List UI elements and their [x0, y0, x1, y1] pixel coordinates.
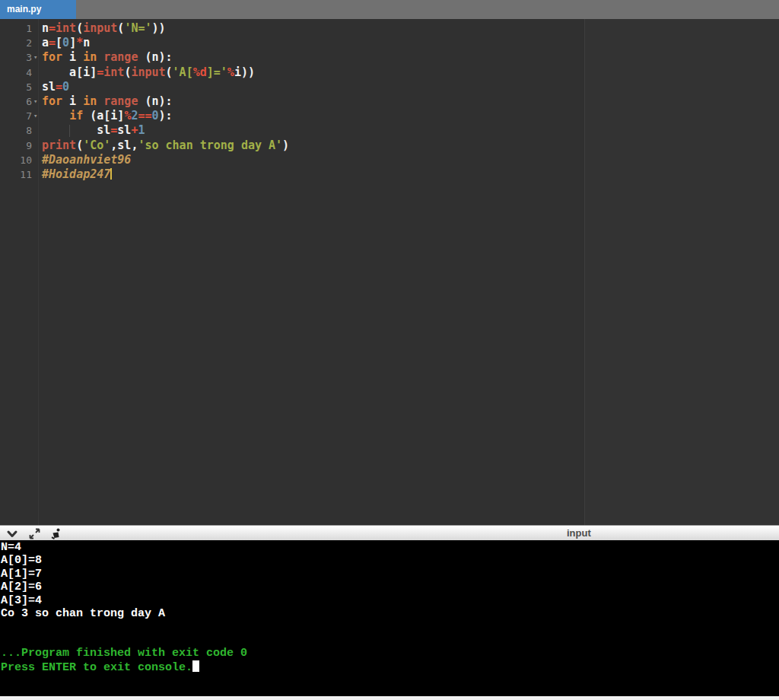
console-caret: [192, 660, 199, 672]
line-number: 4: [0, 65, 32, 80]
tab-label: main.py: [7, 4, 41, 14]
console-line: A[2]=6: [1, 581, 779, 593]
line-number: 10: [0, 153, 32, 167]
online-ide: main.py 1n=int(input('N='))2a=[0]*n3▾for…: [0, 0, 779, 700]
console-input-label: input: [567, 527, 591, 539]
console-line: [1, 620, 779, 633]
console-line: [1, 634, 779, 647]
code-line[interactable]: 6▾for i in range (n):: [0, 94, 779, 109]
line-number: 2: [0, 36, 32, 50]
code-text: print('Co',sl,'so chan trong day A'): [42, 138, 289, 152]
line-number: 1: [0, 21, 32, 36]
console-line: A[0]=8: [1, 554, 779, 567]
code-line[interactable]: 5sl=0: [0, 80, 779, 94]
line-number: 7: [0, 109, 32, 123]
code-text: a=[0]*n: [42, 36, 90, 49]
code-text: if (a[i]%2==0):: [42, 109, 173, 123]
fold-arrow-icon[interactable]: ▾: [33, 94, 37, 109]
editor-caret: [110, 168, 112, 180]
code-line[interactable]: 2a=[0]*n: [0, 36, 779, 50]
line-number: 6: [0, 94, 32, 109]
code-line[interactable]: 11#Hoidap247: [0, 167, 779, 182]
console-line: A[3]=4: [1, 594, 779, 607]
bottom-strip: [0, 696, 779, 700]
line-number: 5: [0, 80, 32, 94]
code-editor[interactable]: 1n=int(input('N='))2a=[0]*n3▾for i in ra…: [0, 19, 779, 525]
fold-arrow-icon[interactable]: ▾: [33, 109, 37, 123]
code-line[interactable]: 1n=int(input('N=')): [0, 21, 779, 36]
code-text: a[i]=int(input('A[%d]='%i)): [42, 65, 255, 79]
code-line[interactable]: 9print('Co',sl,'so chan trong day A'): [0, 138, 779, 153]
code-line[interactable]: 10#Daoanhviet96: [0, 153, 779, 167]
code-line[interactable]: 3▾for i in range (n):: [0, 50, 779, 65]
code-lines: 1n=int(input('N='))2a=[0]*n3▾for i in ra…: [0, 19, 779, 182]
line-number: 9: [0, 138, 32, 153]
fold-arrow-icon[interactable]: ▾: [33, 50, 37, 65]
console-line: ...Program finished with exit code 0: [1, 647, 779, 660]
console-line: Press ENTER to exit console.: [1, 660, 779, 673]
console-line: A[1]=7: [1, 568, 779, 581]
code-text: n=int(input('N=')): [42, 21, 166, 35]
code-text: #Daoanhviet96: [42, 153, 131, 167]
console-line: N=4: [1, 541, 779, 554]
code-text: for i in range (n):: [42, 94, 173, 108]
line-number: 3: [0, 50, 32, 65]
console-output[interactable]: N=4A[0]=8A[1]=7A[2]=6A[3]=4Co 3 so chan …: [0, 540, 779, 696]
code-line[interactable]: 7▾ if (a[i]%2==0):: [0, 109, 779, 123]
indent-guide: [69, 125, 70, 136]
code-text: sl=sl+1: [42, 123, 145, 137]
console-toolbar: input: [0, 525, 779, 540]
console-line: Co 3 so chan trong day A: [1, 607, 779, 620]
tab-main-py[interactable]: main.py: [0, 0, 76, 19]
editor-tab-bar: main.py: [0, 0, 779, 19]
code-text: sl=0: [42, 80, 69, 94]
code-line[interactable]: 8 sl=sl+1: [0, 123, 779, 138]
code-text: #Hoidap247: [42, 167, 112, 181]
code-line[interactable]: 4 a[i]=int(input('A[%d]='%i)): [0, 65, 779, 80]
line-number: 11: [0, 167, 32, 182]
line-number: 8: [0, 123, 32, 138]
code-text: for i in range (n):: [42, 50, 173, 64]
